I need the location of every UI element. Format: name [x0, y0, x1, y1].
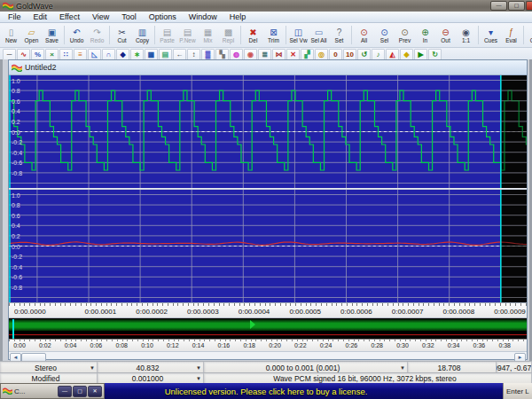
license-bar[interactable]: Unlicensed version. Please click here to…	[0, 383, 532, 399]
ruler-label: 0:14	[192, 342, 205, 348]
time-label: 0:00.0002	[136, 308, 168, 316]
ruler-label: 0:38	[498, 342, 511, 348]
window-title: GoldWave	[16, 2, 53, 11]
axis-label: 0.2	[12, 118, 20, 124]
status2-value-2: Wave PCM signed 16 bit, 96000 Hz, 3072 k…	[273, 374, 457, 383]
toolbar-button-del[interactable]: ✖Del	[243, 23, 263, 47]
toolbar-button-save[interactable]: ▣Save	[42, 23, 62, 47]
toolbar-separator	[351, 26, 352, 44]
toolbar-button-label: Copy	[136, 37, 149, 43]
left-channel-view[interactable]: 1.00.80.60.40.20.0-0.2-0.4-0.6-0.8	[9, 75, 527, 188]
overview-play-marker[interactable]	[250, 320, 255, 329]
right-channel-view[interactable]: 1.00.80.60.40.20.0-0.2-0.4-0.6-0.8	[9, 190, 527, 302]
dropdown-arrow-icon[interactable]: ▼	[196, 365, 201, 371]
mini-minimize-button[interactable]: —	[58, 386, 72, 397]
dropdown-arrow-icon[interactable]: ▼	[196, 376, 201, 381]
time-label: 0:00.0007	[392, 308, 424, 316]
copy-icon: ▥	[138, 27, 146, 37]
p-new-icon: ▤	[184, 27, 192, 37]
toolbar-button-sel-all[interactable]: ▭Sel All	[309, 23, 329, 47]
menu-edit[interactable]: Edit	[27, 12, 54, 21]
toolbar-button-mix: ▦Mix	[198, 23, 218, 47]
main-toolbar: ▯New▱Open▣Save↶Undo↷Redo✂Cut▥Copy▤Paste▤…	[0, 23, 532, 48]
close-button[interactable]	[526, 1, 532, 11]
toolbar-button-sel-vw[interactable]: ◫Sel Vw	[288, 23, 309, 47]
eval-icon: ƒ	[509, 27, 514, 37]
toolbar-button-label: In	[423, 37, 427, 43]
status1-value-0: Stereo	[35, 364, 57, 372]
axis-label: 0.0	[12, 129, 20, 135]
axis-label: 0.2	[12, 232, 20, 239]
toolbar-button-eval[interactable]: ƒEval	[501, 23, 521, 47]
toolbar-button-all[interactable]: ⊙All	[354, 23, 374, 47]
minimize-button[interactable]: —	[490, 1, 507, 11]
toolbar-button-label: Mix	[203, 37, 212, 43]
toolbar-button-cut[interactable]: ✂Cut	[112, 23, 132, 47]
time-label: 0:00.0005	[289, 308, 321, 316]
overview-left-channel[interactable]	[9, 318, 527, 331]
ruler-label: 0:34	[448, 342, 460, 348]
toolbar-button-trim[interactable]: ⊠Trim	[263, 23, 284, 47]
toolbar-button-label: Set	[335, 37, 344, 43]
overview-ruler[interactable]: 0:000:020:040:060:080:100:120:140:160:18…	[9, 339, 527, 351]
time-label: 0:00.0004	[239, 308, 270, 316]
toolbar-button-label: Trim	[268, 37, 279, 43]
mini-close-button[interactable]: ✕	[88, 386, 102, 397]
1-1-icon: ◉	[462, 27, 470, 37]
toolbar-separator	[286, 26, 286, 44]
toolbar-button-in[interactable]: ⊕In	[415, 23, 435, 47]
time-axis[interactable]: 0:00.00000:00.00010:00.00020:00.00030:00…	[9, 302, 527, 318]
save-icon: ▣	[48, 27, 56, 37]
axis-label: 0.0	[12, 243, 20, 249]
toolbar-button-new[interactable]: ▯New	[1, 23, 21, 47]
toolbar-button-1-1[interactable]: ◉1:1	[456, 23, 476, 47]
mini-window-title: C...	[14, 387, 57, 395]
overview-right-channel[interactable]	[9, 331, 527, 339]
ruler-label: 0:32	[422, 342, 434, 348]
toolbar-button-label: Repl	[223, 37, 234, 43]
menu-window[interactable]: Window	[183, 12, 223, 21]
toolbar-button-copy[interactable]: ▥Copy	[132, 23, 153, 47]
toolbar-separator	[64, 26, 65, 44]
toolbar-button-label: Redo	[90, 37, 105, 43]
toolbar-button-undo[interactable]: ↶Undo	[66, 23, 87, 47]
dropdown-arrow-icon[interactable]: ▼	[90, 365, 95, 371]
toolbar-button-open[interactable]: ▱Open	[21, 23, 42, 47]
toolbar-button-cdx[interactable]: ∗CDX	[526, 23, 532, 47]
document-icon	[12, 64, 22, 72]
window-controls: — ▢	[489, 1, 532, 11]
menu-file[interactable]: File	[2, 12, 27, 21]
mini-maximize-button[interactable]: ▢	[73, 386, 87, 397]
menu-view[interactable]: View	[86, 12, 115, 21]
toolbar-separator	[240, 26, 241, 44]
toolbar-separator	[154, 26, 155, 44]
waveform-channels: 1.00.80.60.40.20.0-0.2-0.4-0.6-0.8 1.00.…	[9, 75, 527, 302]
ruler-label: 0:00	[13, 342, 26, 348]
menu-effect[interactable]: Effect	[53, 12, 86, 21]
license-text[interactable]: Unlicensed version. Please click here to…	[165, 387, 368, 396]
maximize-button[interactable]: ▢	[508, 1, 525, 11]
axis-label: -0.6	[12, 274, 22, 280]
toolbar-button-label: Del	[249, 37, 258, 43]
menu-help[interactable]: Help	[223, 12, 253, 21]
dropdown-arrow-icon[interactable]: ▼	[400, 365, 405, 371]
redo-icon: ↷	[93, 27, 100, 37]
menu-options[interactable]: Options	[143, 12, 183, 21]
toolbar-button-set[interactable]: ?Set	[329, 23, 349, 47]
axis-label: 0.4	[12, 223, 20, 229]
toolbar-button-p-new: ▤P.New	[177, 23, 198, 47]
document-title-bar[interactable]: Untitled2	[9, 60, 527, 75]
toolbar-button-out[interactable]: ⊖Out	[435, 23, 456, 47]
mini-window-titlebar[interactable]: C... — ▢ ✕	[0, 383, 105, 399]
mdi-area: Untitled2 1.00.80.60.40.20.0-0.2-0.4-0.6…	[0, 59, 532, 361]
axis-label: 0.8	[12, 88, 20, 94]
axis-label: 0.6	[12, 98, 20, 104]
menu-tool[interactable]: Tool	[115, 12, 143, 21]
toolbar-button-repl: ▩Repl	[218, 23, 239, 47]
toolbar-button-cues[interactable]: ▾Cues	[481, 23, 501, 47]
horizontal-scrollbar[interactable]: ◄ ►	[9, 351, 527, 359]
out-icon: ⊖	[442, 27, 449, 37]
toolbar-button-prev[interactable]: ⊙Prev	[395, 23, 415, 47]
toolbar-button-sel[interactable]: ⊙Sel	[374, 23, 395, 47]
enter-license-button[interactable]: Enter L	[503, 383, 532, 399]
